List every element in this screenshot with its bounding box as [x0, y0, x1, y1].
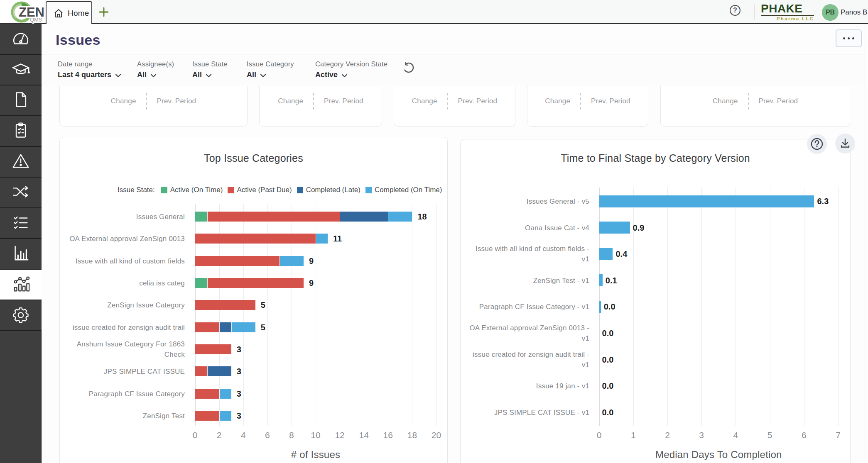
sidebar-item-document[interactable]	[0, 85, 42, 116]
sidebar-item-clipboard[interactable]	[0, 116, 42, 147]
metric-prev-period-label: Prev. Period	[591, 97, 630, 105]
document-icon	[12, 90, 30, 111]
x-axis-tick-label: 20	[432, 430, 441, 440]
x-axis-title: Median Days To Completion	[655, 449, 782, 461]
avatar[interactable]: PB	[822, 4, 839, 21]
bar	[599, 195, 814, 207]
filter-assignee-s-[interactable]: Assignee(s)All	[137, 60, 174, 79]
x-axis-title: # of Issues	[291, 449, 340, 461]
bar	[195, 278, 304, 288]
filter-bar: Date rangeLast 4 quartersAssignee(s)AllI…	[42, 54, 865, 86]
bar	[195, 411, 231, 421]
new-tab-button[interactable]	[98, 6, 110, 18]
x-axis-tick-label: 8	[289, 430, 294, 440]
legend-label: Completed (On Time)	[375, 186, 442, 194]
gridline	[770, 188, 770, 426]
page-header: Issues	[42, 24, 865, 54]
gridline	[436, 204, 437, 426]
metric-change-label: Change	[278, 97, 303, 105]
legend-item: Completed (On Time)	[365, 186, 442, 194]
bar	[599, 274, 603, 286]
bar-segment	[316, 234, 328, 244]
metric-prev-period-label: Prev. Period	[324, 97, 363, 105]
x-axis-tick-label: 5	[767, 430, 772, 440]
category-label: JPS SIMPLE CAT ISSUE	[65, 366, 185, 377]
x-axis-tick-label: 2	[217, 430, 222, 440]
filter-issue-state[interactable]: Issue StateAll	[192, 60, 228, 79]
bar-value-label: 0.1	[606, 276, 617, 285]
sidebar-item-graduation-cap[interactable]	[0, 55, 42, 85]
metric-prev-period-label: Prev. Period	[458, 97, 498, 105]
clipboard-icon	[12, 121, 30, 141]
user-name[interactable]: Panos B	[841, 8, 867, 17]
header-separator	[42, 54, 865, 54]
metric-divider	[146, 93, 147, 110]
filter-issue-category[interactable]: Issue CategoryAll	[247, 60, 294, 79]
sidebar-item-warning-triangle[interactable]	[0, 147, 42, 178]
gridline	[838, 188, 839, 426]
x-axis-tick-label: 6	[802, 430, 807, 440]
metric-change-label: Change	[713, 97, 738, 105]
avatar-initials: PB	[826, 9, 835, 16]
bar-value-label: 0.0	[602, 355, 614, 365]
zenqms-logo-icon: ZEN QMS	[5, 0, 44, 24]
x-axis-tick-label: 16	[383, 430, 393, 440]
chart-help-button[interactable]	[807, 134, 827, 154]
question-mark-icon: ?	[733, 7, 737, 14]
sidebar-item-checklist[interactable]	[0, 208, 42, 239]
bar-segment	[195, 278, 207, 288]
tab-home[interactable]: Home	[46, 1, 92, 24]
metric-divider	[313, 93, 314, 110]
top-bar-border	[0, 23, 868, 24]
category-label: Issue with all kind of custom fields - v…	[468, 244, 589, 264]
warning-triangle-icon	[11, 151, 31, 172]
bar-segment	[207, 278, 304, 288]
filter-label: Issue Category	[247, 60, 294, 68]
x-axis-tick-label: 10	[311, 430, 320, 440]
chevron-down-icon	[206, 73, 212, 78]
sidebar-item-gear[interactable]	[0, 300, 42, 331]
legend-swatch	[228, 187, 234, 193]
chart-download-button[interactable]	[835, 134, 855, 154]
bar-segment	[231, 322, 255, 332]
bar-value-label: 3	[237, 367, 241, 376]
bar-value-label: 9	[309, 278, 314, 288]
metric-divider	[748, 93, 749, 110]
bar-segment	[195, 366, 207, 376]
sidebar	[0, 24, 42, 463]
gear-icon	[11, 305, 30, 326]
help-button[interactable]: ?	[730, 5, 740, 16]
filter-value: All	[192, 71, 202, 79]
more-options-button[interactable]	[836, 29, 862, 47]
category-label: issue created for zensign audit trail - …	[468, 349, 589, 370]
bar-segment	[219, 389, 231, 399]
home-icon	[54, 8, 64, 18]
chart-card-top-issue-categories: 02468101214161820# of IssuesTop Issue Ca…	[59, 137, 448, 463]
bar	[195, 389, 231, 399]
filter-date-range[interactable]: Date rangeLast 4 quarters	[58, 60, 121, 79]
refresh-button[interactable]	[402, 61, 414, 74]
bar	[599, 301, 601, 313]
bar-segment	[195, 344, 231, 354]
filter-value: All	[247, 71, 256, 79]
gridline	[364, 204, 364, 426]
x-axis-tick-label: 18	[407, 430, 417, 440]
gridline	[412, 204, 412, 426]
sidebar-item-shuffle[interactable]	[0, 178, 42, 208]
app-logo[interactable]: ZEN QMS	[0, 0, 44, 23]
x-axis-tick-label: 12	[335, 430, 344, 440]
filter-label: Category Version State	[315, 60, 387, 68]
filter-category-version-state[interactable]: Category Version StateActive	[315, 60, 387, 79]
sidebar-item-gauge[interactable]	[0, 24, 42, 55]
category-label: Paragraph CF Issue Category - v1	[468, 302, 589, 312]
org-logo: PHAKE Pharma LLC	[761, 2, 814, 21]
bar-segment	[195, 234, 316, 244]
x-axis-tick-label: 4	[733, 430, 738, 440]
sidebar-item-bar-chart[interactable]	[0, 239, 42, 270]
x-axis-tick-label: 1	[631, 430, 636, 440]
bar-segment	[195, 411, 219, 421]
sidebar-item-analytics[interactable]	[0, 270, 42, 300]
bar-segment	[195, 300, 255, 310]
bar	[599, 222, 630, 234]
chart-legend: Issue State:Active (On Time)Active (Past…	[118, 186, 442, 194]
